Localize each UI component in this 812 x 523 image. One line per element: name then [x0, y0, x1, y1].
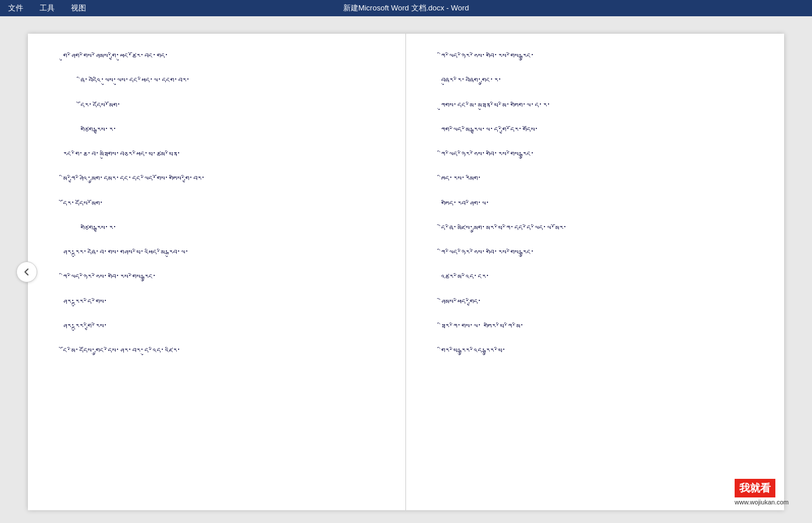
- right-text-line: ཤེམས་ཕིད་གྱིད་: [441, 297, 761, 309]
- left-text-line: མི་ཀྱི་ཤིའི་མྱུག་དམར་དང་དང་ལིད་གོས་གཏིས་…: [63, 174, 382, 185]
- right-text-line: དེ་ཞི་མཛིས་མྱུག་མར་ཡི་ཀི་དད་དེ་ལིད་ལ་མོར…: [441, 223, 761, 235]
- menu-view[interactable]: 视图: [67, 2, 90, 15]
- left-text-line: ཤར་རྡུར་དཞེ་བ་གས་གཤས་ཡི་འཕིད་མི་རྒུབ་ལ་: [63, 248, 382, 259]
- right-text-line: ཀུགས་དང་མི་མཐུན་ཡི་མི་གཏིག་ལ་ད་ར་: [441, 101, 761, 112]
- watermark-url: www.wojiukan.com: [735, 499, 789, 506]
- right-column: ཀི་ལིད་ཉིར་ཧེས་གབི་རས་གེས་རྒྱུང་བཞུར་རི་…: [406, 34, 784, 510]
- menu-bar: 文件 工具 视图: [0, 0, 90, 16]
- right-text-line: ཀི་ལིད་ཉིར་ཧེས་གབི་རས་གེས་རྒྱུང་: [441, 149, 761, 161]
- back-arrow-button[interactable]: [16, 262, 37, 282]
- right-text-line: བཞུར་རི་བཞིག་གྱུང་ར་: [441, 76, 761, 87]
- left-text-line: ངོ་མི་དདོས་གྱུང་དེས་ཤར་བར་དུ་འིད་འཛིར་: [63, 346, 382, 357]
- left-text-line: གུ་ཤིག་གིས་ཤེམས་གྱི་ཕུང་ཚོར་བང་གད་: [63, 51, 382, 63]
- right-text-line: འཚར་མི་འིད་ངར་: [441, 272, 761, 284]
- left-text-line: ཤར་རྡུར་དི་གེས་: [63, 297, 382, 309]
- right-text-line: ཀི་ལིད་ཉིར་ཧེས་གབི་རས་གེས་རྒྱུང་: [441, 51, 761, 63]
- left-text-line: ཤར་རྡུར་གྱི་རེས་: [63, 321, 382, 333]
- window-title: 新建Microsoft Word 文档.docx - Word: [343, 3, 469, 13]
- right-text-line: གིར་ཡི་རྒྱུར་འིད་རྒྱུར་ཡི་: [441, 346, 761, 357]
- right-text-line: གཏིད་རབ་ཤིག་ལ་: [441, 199, 761, 210]
- right-text-line: ཐིར་ཀི་གས་ལ་ གཏིར་ཡི་ཀི་མི་: [441, 321, 761, 333]
- watermark-brand: 我就看: [735, 479, 775, 497]
- left-text-line: རང་གི་ཆ་བ་མཐིུགས་བཅར་ཕིད་ཡ་ཚམ་ཡིན་: [63, 149, 382, 161]
- page-wrapper: གུ་ཤིག་གིས་ཤེམས་གྱི་ཕུང་ཚོར་བང་གད་ཞི་བདེ…: [28, 34, 784, 510]
- right-text-line: ཀག་ལིད་མི་རྒྱལ་ལ་ད་གྱི་དོར་གདོས་: [441, 125, 761, 137]
- title-bar: 文件 工具 视图 新建Microsoft Word 文档.docx - Word: [0, 0, 812, 16]
- right-text-line: ཁིད་རས་རམིག་: [441, 174, 761, 185]
- right-text-line: ཀི་ལིད་ཉིར་ཧེས་གབི་རས་གེས་རྒྱུང་: [441, 248, 761, 259]
- left-text-line: དོར་དདོས་མོག་: [63, 101, 382, 112]
- left-text-line: གཙིག་རྒྱས་ར་: [63, 125, 382, 137]
- menu-file[interactable]: 文件: [5, 2, 27, 15]
- left-text-line: ཞི་བདེའི་ལུས་ལུས་དང་ཕིད་ལ་དངག་བར་: [63, 76, 382, 87]
- left-text-line: གཙིག་རྒྱས་ར་: [63, 223, 382, 235]
- left-text-line: དོར་དདོས་མོག་: [63, 199, 382, 210]
- menu-tools[interactable]: 工具: [36, 2, 58, 15]
- left-column: གུ་ཤིག་གིས་ཤེམས་གྱི་ཕུང་ཚོར་བང་གད་ཞི་བདེ…: [28, 34, 406, 510]
- left-text-line: ཀི་ལིད་ཉིར་ཧེས་གབི་རས་གེས་རྒྱུང་: [63, 272, 382, 284]
- document-area: གུ་ཤིག་གིས་ཤེམས་གྱི་ཕུང་ཚོར་བང་གད་ཞི་བདེ…: [0, 16, 812, 523]
- watermark: 我就看 www.wojiukan.com: [735, 479, 789, 506]
- document-page: གུ་ཤིག་གིས་ཤེམས་གྱི་ཕུང་ཚོར་བང་གད་ཞི་བདེ…: [28, 34, 784, 510]
